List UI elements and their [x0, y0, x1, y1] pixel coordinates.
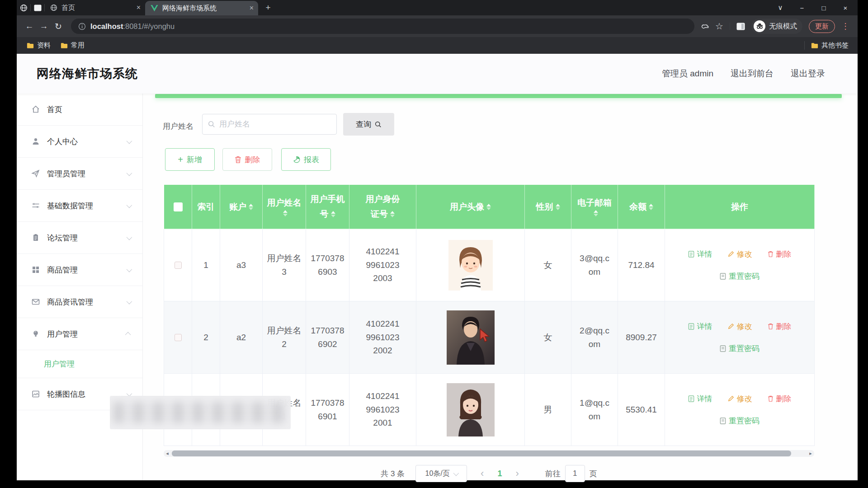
tab-home[interactable]: 首页 ×: [45, 0, 145, 15]
add-button[interactable]: + 新增: [165, 148, 215, 171]
report-button[interactable]: 报表: [281, 148, 331, 171]
logout-to-front-link[interactable]: 退出到前台: [731, 68, 774, 80]
reset-password-link[interactable]: 重置密码: [720, 343, 760, 354]
sort-carets-icon[interactable]: [486, 204, 491, 210]
cell-email: 3@qq.com: [571, 229, 618, 301]
edit-link[interactable]: 修改: [728, 394, 752, 404]
reset-password-link[interactable]: 重置密码: [720, 416, 760, 426]
page-size-select[interactable]: 10条/页: [415, 465, 467, 482]
header-name[interactable]: 用户姓名: [263, 185, 306, 229]
cell-gender: 男: [525, 374, 571, 446]
detail-link[interactable]: 详情: [688, 249, 712, 259]
incognito-icon: [754, 20, 765, 32]
sidebar-item-goods[interactable]: 商品管理: [17, 254, 142, 286]
sort-carets-icon[interactable]: [556, 204, 560, 210]
detail-link[interactable]: 详情: [688, 321, 712, 332]
bookmark-star-icon[interactable]: ☆: [715, 21, 723, 32]
reload-button[interactable]: ↻: [51, 19, 66, 33]
delete-button[interactable]: 删除: [222, 148, 272, 171]
search-icon: [208, 121, 215, 128]
delete-link[interactable]: 删除: [768, 394, 792, 404]
forward-button[interactable]: →: [37, 19, 51, 33]
scroll-right-icon[interactable]: ▸: [807, 450, 814, 456]
globe-icon: [50, 4, 57, 11]
sort-carets-icon[interactable]: [331, 211, 335, 217]
carousel-image-icon: [31, 389, 40, 399]
folder-icon: [61, 42, 68, 49]
pinned-tab-square[interactable]: [31, 1, 44, 14]
header-account[interactable]: 账户: [220, 185, 263, 229]
detail-link[interactable]: 详情: [688, 394, 712, 404]
header-balance[interactable]: 余额: [618, 185, 665, 229]
sidebar-item-admin-mgmt[interactable]: 管理员管理: [17, 158, 142, 190]
folder-icon: [811, 42, 818, 49]
select-all-checkbox[interactable]: [174, 202, 183, 211]
browser-more-menu-icon[interactable]: ⋮: [841, 21, 849, 31]
header-id-card[interactable]: 用户身份证号: [349, 185, 416, 229]
sort-carets-icon[interactable]: [390, 211, 395, 217]
delete-link[interactable]: 删除: [768, 249, 792, 259]
cell-email: 2@qq.com: [571, 301, 618, 374]
cell-index: 2: [192, 301, 220, 374]
sidebar-item-home[interactable]: 首页: [17, 94, 142, 126]
sort-carets-icon[interactable]: [594, 210, 598, 216]
sort-carets-icon[interactable]: [249, 204, 253, 210]
header-phone[interactable]: 用户手机号: [306, 185, 349, 229]
row-checkbox[interactable]: [175, 334, 182, 341]
tab-active[interactable]: 网络海鲜市场系统 ×: [145, 1, 258, 15]
back-button[interactable]: ←: [22, 19, 37, 33]
row-checkbox[interactable]: [175, 262, 182, 269]
table-header-row: 索引 账户 用户姓名 用户手机号 用户身份证号 用户头像 性别 电子邮箱 余额 …: [164, 185, 815, 229]
cell-gender: 女: [525, 301, 571, 374]
search-input[interactable]: [219, 120, 331, 129]
edit-link[interactable]: 修改: [728, 249, 752, 259]
header-avatar[interactable]: 用户头像: [416, 185, 525, 229]
query-button[interactable]: 查询: [343, 113, 394, 136]
other-bookmarks[interactable]: 其他书签: [804, 41, 849, 50]
reset-password-link[interactable]: 重置密码: [720, 271, 760, 282]
tab-close-icon[interactable]: ×: [137, 4, 141, 12]
header-email[interactable]: 电子邮箱: [571, 185, 618, 229]
sidebar-item-base-data[interactable]: 基础数据管理: [17, 190, 142, 222]
scrollbar-thumb[interactable]: [172, 450, 791, 456]
logout-link[interactable]: 退出登录: [791, 68, 825, 80]
header-gender[interactable]: 性别: [525, 185, 571, 229]
window-maximize-button[interactable]: □: [820, 4, 828, 12]
info-icon[interactable]: [78, 23, 86, 30]
sidebar-subitem-label: 用户管理: [44, 359, 75, 369]
sort-carets-icon[interactable]: [283, 210, 288, 216]
header-select-all[interactable]: [164, 185, 192, 229]
sidebar-subitem-users-active[interactable]: 用户管理: [17, 350, 142, 378]
sidebar-item-users[interactable]: 用户管理: [17, 318, 142, 350]
pinned-tab-globe[interactable]: [17, 1, 30, 14]
next-page-button[interactable]: ›: [515, 468, 519, 479]
search-label: 用户姓名: [163, 121, 193, 131]
goto-page-input[interactable]: [565, 465, 585, 482]
sidebar-item-goods-news[interactable]: 商品资讯管理: [17, 286, 142, 318]
window-close-button[interactable]: ×: [841, 4, 849, 12]
window-minimize-button[interactable]: −: [798, 4, 806, 12]
current-page-number[interactable]: 1: [497, 469, 502, 479]
cell-phone: 17703786901: [306, 374, 349, 446]
url-field[interactable]: localhost:8081/#/yonghu: [71, 19, 694, 34]
browser-menu-chevron-icon[interactable]: ∨: [776, 4, 784, 12]
sidebar-item-profile[interactable]: 个人中心: [17, 126, 142, 158]
sort-carets-icon[interactable]: [649, 204, 653, 210]
chrome-update-button[interactable]: 更新: [809, 20, 835, 33]
scroll-left-icon[interactable]: ◂: [164, 450, 171, 456]
mail-icon: [31, 297, 40, 306]
side-panel-icon[interactable]: [736, 23, 745, 30]
new-tab-button[interactable]: +: [262, 1, 274, 14]
cell-avatar: [416, 301, 525, 374]
horizontal-scrollbar[interactable]: ◂ ▸: [164, 450, 814, 457]
tab-close-icon[interactable]: ×: [250, 4, 254, 12]
password-key-icon[interactable]: [700, 22, 709, 31]
sidebar-item-forum[interactable]: 论坛管理: [17, 222, 142, 254]
edit-link[interactable]: 修改: [728, 321, 752, 332]
cell-operations: 详情 修改 删除 重置密码: [665, 229, 815, 301]
cell-operations: 详情 修改 删除 重置密码: [665, 374, 815, 446]
delete-link[interactable]: 删除: [768, 321, 792, 332]
prev-page-button[interactable]: ‹: [481, 468, 484, 479]
bookmark-folder-changyong[interactable]: 常用: [57, 41, 88, 50]
bookmark-folder-ziliao[interactable]: 资料: [23, 41, 54, 50]
